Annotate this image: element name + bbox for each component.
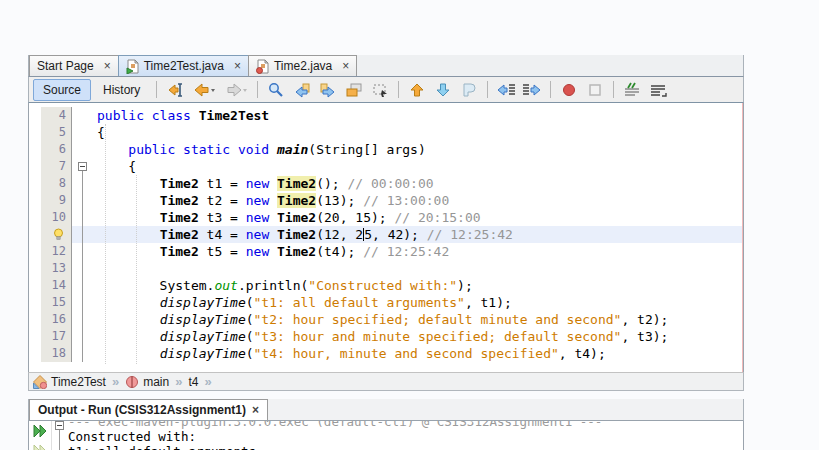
glyph-margin[interactable]: [29, 345, 41, 362]
code-text[interactable]: [97, 260, 743, 277]
glyph-margin[interactable]: [29, 277, 41, 294]
toggle-comment-button[interactable]: [620, 78, 644, 102]
output-line: Constructed with:: [68, 429, 743, 444]
shift-line-right-button[interactable]: [520, 78, 544, 102]
rectangular-selection-icon: [371, 81, 389, 99]
fold-margin[interactable]: [72, 328, 97, 345]
fold-line: [82, 243, 83, 260]
output-tab[interactable]: Output - Run (CSIS312Assignment1) ×: [29, 399, 268, 420]
start-macro-recording-button[interactable]: [557, 78, 581, 102]
code-text[interactable]: public class Time2Test: [97, 107, 743, 124]
fold-margin[interactable]: [72, 209, 97, 226]
glyph-margin[interactable]: [29, 294, 41, 311]
rerun-pale-button[interactable]: [32, 443, 48, 450]
glyph-margin[interactable]: [29, 226, 41, 243]
source-view-button[interactable]: Source: [33, 79, 91, 101]
glyph-margin[interactable]: [29, 124, 41, 141]
code-text[interactable]: Time2 t1 = new Time2(); // 00:00:00: [97, 175, 743, 192]
stop-macro-recording-icon: [586, 81, 604, 99]
output-tab-close-icon[interactable]: ×: [252, 405, 259, 415]
code-text[interactable]: Time2 t5 = new Time2(t4); // 12:25:42: [97, 243, 743, 260]
editor-tab-time2-java[interactable]: Time2.java×: [248, 55, 357, 76]
toggle-search-highlight-button[interactable]: [342, 78, 366, 102]
toolbar-separator: [550, 81, 551, 98]
fold-margin[interactable]: [72, 192, 97, 209]
glyph-margin[interactable]: [29, 141, 41, 158]
line-number: 4: [41, 107, 72, 124]
fold-margin[interactable]: [72, 277, 97, 294]
tab-close-icon[interactable]: ×: [342, 61, 349, 71]
glyph-margin[interactable]: [29, 192, 41, 209]
fold-margin[interactable]: [72, 243, 97, 260]
code-editor[interactable]: 4public class Time2Test5{6 public static…: [28, 103, 744, 372]
output-fold-minus-icon[interactable]: [55, 421, 64, 430]
code-text[interactable]: System.out.println("Constructed with:");: [97, 277, 743, 294]
line-number: [41, 226, 72, 243]
fold-margin[interactable]: [72, 158, 97, 175]
editor-tab-start-page[interactable]: Start Page×: [29, 55, 119, 76]
code-text[interactable]: displayTime("t3: hour and minute specifi…: [97, 328, 743, 345]
code-text[interactable]: {: [97, 158, 743, 175]
fold-margin[interactable]: [72, 124, 97, 141]
tab-close-icon[interactable]: ×: [104, 61, 111, 71]
glyph-margin[interactable]: [29, 107, 41, 124]
chevron-right-icon: »: [175, 374, 182, 389]
editor-tab-bar: Start Page×Time2Test.java×Time2.java×: [28, 55, 744, 77]
code-text[interactable]: displayTime("t4: hour, minute and second…: [97, 345, 743, 362]
line-number: 13: [41, 260, 72, 277]
breadcrumb-item-t4[interactable]: t4: [188, 375, 198, 389]
breadcrumb-item-main[interactable]: main: [125, 375, 169, 389]
class-icon: [33, 375, 47, 389]
fold-margin[interactable]: [72, 175, 97, 192]
toolbar-separator: [257, 81, 258, 98]
back-button[interactable]: [189, 78, 219, 102]
glyph-margin[interactable]: [29, 260, 41, 277]
fold-margin[interactable]: [72, 345, 97, 362]
last-edit-location-button[interactable]: [163, 78, 187, 102]
line-number: 17: [41, 328, 72, 345]
find-icon: [267, 81, 285, 99]
editor-tab-time2test-java[interactable]: Time2Test.java×: [118, 55, 249, 76]
find-button[interactable]: [264, 78, 288, 102]
previous-bookmark-button[interactable]: [405, 78, 429, 102]
next-bookmark-button[interactable]: [431, 78, 455, 102]
fold-margin[interactable]: [72, 311, 97, 328]
fold-minus-icon[interactable]: [78, 162, 87, 171]
history-view-button[interactable]: History: [93, 79, 150, 101]
line-number: 15: [41, 294, 72, 311]
toggle-bookmark-button[interactable]: [457, 78, 481, 102]
shift-line-left-button[interactable]: [494, 78, 518, 102]
code-text[interactable]: public static void main(String[] args): [97, 141, 743, 158]
fold-line: [82, 209, 83, 226]
code-text[interactable]: displayTime("t2: hour specified; default…: [97, 311, 743, 328]
tab-close-icon[interactable]: ×: [234, 61, 241, 71]
glyph-margin[interactable]: [29, 328, 41, 345]
glyph-margin[interactable]: [29, 311, 41, 328]
glyph-margin[interactable]: [29, 175, 41, 192]
code-text[interactable]: Time2 t3 = new Time2(20, 15); // 20:15:0…: [97, 209, 743, 226]
fold-margin[interactable]: [72, 226, 97, 243]
fold-margin[interactable]: [72, 107, 97, 124]
line-number: 7: [41, 158, 72, 175]
breadcrumb-item-time2test[interactable]: Time2Test: [33, 375, 106, 389]
code-text[interactable]: displayTime("t1: all default arguments",…: [97, 294, 743, 311]
stop-macro-recording-button[interactable]: [583, 78, 607, 102]
output-console[interactable]: --- exec-maven-plugin:3.0.0:exec (defaul…: [28, 421, 744, 450]
fold-margin[interactable]: [72, 294, 97, 311]
code-text[interactable]: {: [97, 124, 743, 141]
code-text[interactable]: Time2 t2 = new Time2(13); // 13:00:00: [97, 192, 743, 209]
forward-button[interactable]: [221, 78, 251, 102]
fold-margin[interactable]: [72, 141, 97, 158]
rerun-button[interactable]: [32, 423, 48, 439]
output-tab-label: Output - Run (CSIS312Assignment1): [38, 403, 246, 417]
glyph-margin[interactable]: [29, 158, 41, 175]
glyph-margin[interactable]: [29, 243, 41, 260]
rectangular-selection-button[interactable]: [368, 78, 392, 102]
glyph-margin[interactable]: [29, 209, 41, 226]
find-previous-button[interactable]: [290, 78, 314, 102]
uncomment-button[interactable]: [646, 78, 670, 102]
find-next-button[interactable]: [316, 78, 340, 102]
output-line: t1: all default arguments: [68, 444, 743, 450]
code-text[interactable]: Time2 t4 = new Time2(12, 25, 42); // 12:…: [97, 226, 743, 243]
fold-margin[interactable]: [72, 260, 97, 277]
